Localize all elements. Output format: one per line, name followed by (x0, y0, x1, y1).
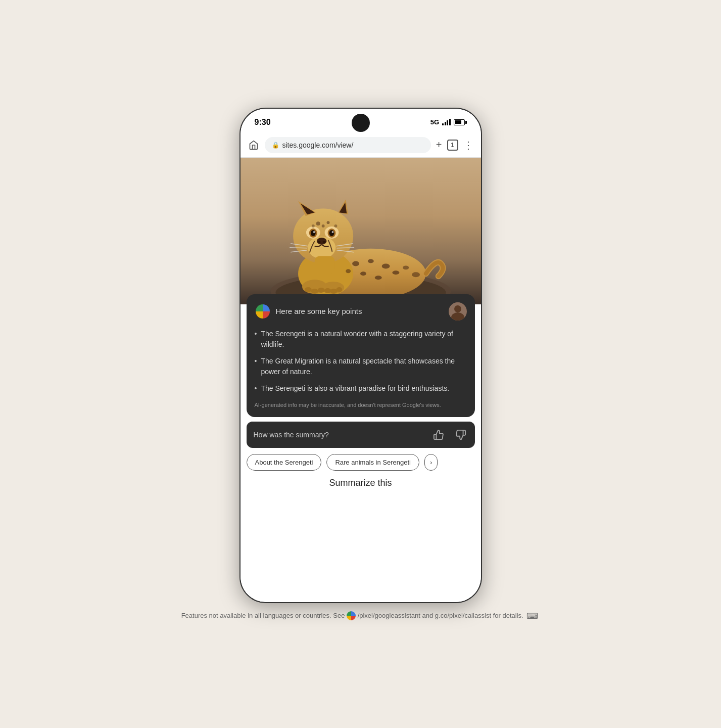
chip-about-serengeti[interactable]: About the Serengeti (247, 454, 322, 471)
footer-text-before: Features not available in all languages … (181, 611, 347, 619)
svg-point-46 (311, 289, 318, 294)
bullet-points-list: • The Serengeti is a natural wonder with… (255, 329, 467, 394)
bullet-dot-2: • (255, 357, 257, 365)
chip-rare-animals[interactable]: Rare animals in Serengeti (326, 454, 419, 471)
bullet-dot-3: • (255, 384, 257, 392)
footer-disclaimer: Features not available in all languages … (161, 611, 560, 621)
svg-point-40 (311, 224, 314, 228)
chip-label-1: About the Serengeti (255, 459, 313, 466)
battery-body (454, 119, 465, 125)
status-time: 9:30 (255, 118, 271, 127)
thumbs-down-icon[interactable] (454, 428, 468, 442)
svg-point-20 (313, 231, 315, 233)
signal-bar-4 (449, 119, 451, 125)
tab-count-badge[interactable]: 1 (447, 140, 458, 151)
signal-bars-icon (442, 119, 451, 125)
chip-label-2: Rare animals in Serengeti (335, 459, 411, 466)
user-avatar[interactable] (449, 302, 467, 321)
battery-icon (454, 119, 467, 125)
phone-device: 9:30 5G (239, 108, 482, 603)
svg-point-47 (317, 288, 324, 293)
svg-point-12 (317, 241, 320, 243)
ai-card-header: Here are some key points (255, 302, 467, 321)
chip-more[interactable]: › (424, 454, 438, 471)
svg-point-28 (352, 261, 359, 266)
browser-bar: 🔒 sites.google.com/view/ + 1 ⋮ (241, 133, 481, 158)
svg-point-37 (316, 221, 320, 225)
svg-rect-42 (314, 256, 334, 274)
battery-tip (465, 121, 467, 124)
signal-bar-2 (445, 122, 446, 125)
svg-point-41 (334, 224, 337, 228)
feedback-icons (431, 428, 468, 442)
svg-point-31 (392, 270, 399, 275)
svg-point-34 (403, 265, 409, 269)
thumbs-up-icon[interactable] (431, 428, 446, 442)
new-tab-icon[interactable]: + (436, 139, 442, 151)
url-text: sites.google.com/view/ (282, 141, 354, 149)
svg-point-48 (324, 288, 331, 293)
signal-bar-1 (442, 123, 444, 125)
bullet-dot-1: • (255, 330, 257, 338)
svg-point-32 (360, 271, 366, 276)
signal-bar-3 (447, 120, 448, 125)
svg-point-49 (330, 289, 337, 294)
keyboard-icon: ⌨ (526, 612, 538, 620)
address-bar[interactable]: 🔒 sites.google.com/view/ (265, 137, 431, 153)
svg-point-13 (322, 241, 325, 243)
lock-icon: 🔒 (272, 142, 279, 149)
google-ai-logo (255, 303, 271, 320)
svg-point-38 (326, 221, 329, 224)
ai-logo-area: Here are some key points (255, 303, 362, 320)
bullet-text-3: The Serengeti is also a vibrant paradise… (261, 383, 449, 394)
svg-point-19 (329, 230, 334, 236)
svg-point-21 (331, 231, 333, 233)
bullet-text-1: The Serengeti is a natural wonder with a… (261, 329, 466, 350)
svg-point-35 (346, 269, 351, 273)
svg-point-52 (454, 305, 461, 312)
hero-image (241, 158, 481, 304)
chips-row: About the Serengeti Rare animals in Sere… (241, 448, 481, 471)
home-icon[interactable] (248, 139, 260, 151)
signal-label: 5G (430, 118, 439, 126)
summarize-bar[interactable]: Summarize this (241, 471, 481, 495)
svg-line-26 (337, 247, 354, 248)
svg-line-23 (290, 247, 307, 248)
bullet-item-2: • The Great Migration is a natural spect… (255, 356, 467, 377)
phone-notch (352, 114, 370, 132)
ai-header-text: Here are some key points (276, 307, 362, 315)
svg-point-18 (310, 230, 315, 236)
feedback-question: How was the summary? (254, 431, 329, 439)
cheetah-illustration (241, 158, 481, 304)
chip-more-icon: › (430, 459, 432, 466)
bullet-item-1: • The Serengeti is a natural wonder with… (255, 329, 467, 350)
ai-disclaimer: AI-generated info may be inaccurate, and… (255, 401, 467, 410)
svg-point-11 (316, 237, 326, 244)
ai-summary-card: Here are some key points (247, 294, 475, 418)
svg-point-50 (336, 287, 342, 292)
browser-content: Here are some key points (241, 158, 481, 602)
feedback-row: How was the summary? (247, 421, 475, 448)
battery-fill (455, 120, 461, 124)
google-assistant-icon (347, 611, 356, 620)
svg-point-39 (321, 224, 324, 228)
footer-text-after: /pixel/googleassistant and g.co/pixel/ca… (358, 611, 523, 619)
browser-actions: + 1 ⋮ (436, 139, 474, 151)
svg-point-29 (367, 259, 373, 263)
status-icons: 5G (430, 118, 467, 126)
summarize-label[interactable]: Summarize this (329, 478, 392, 488)
phone-screen: 9:30 5G (241, 109, 481, 602)
page-background: 9:30 5G (0, 0, 721, 728)
google-dot-circle (256, 304, 270, 318)
svg-point-45 (304, 287, 311, 292)
svg-point-36 (412, 272, 420, 277)
svg-point-33 (374, 276, 381, 280)
bullet-item-3: • The Serengeti is also a vibrant paradi… (255, 383, 467, 394)
bullet-text-2: The Great Migration is a natural spectac… (261, 356, 466, 377)
more-options-icon[interactable]: ⋮ (463, 139, 474, 151)
svg-point-30 (381, 263, 390, 268)
